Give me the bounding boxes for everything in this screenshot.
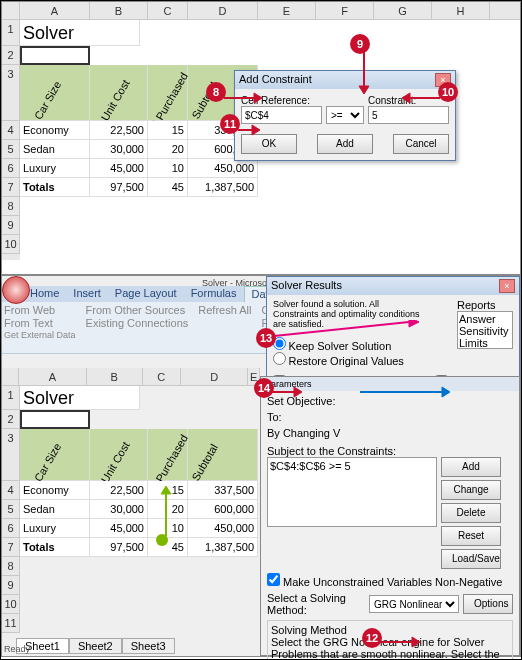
b-a4[interactable]: Economy bbox=[20, 481, 90, 500]
col-F[interactable]: F bbox=[316, 2, 374, 19]
b-row-1[interactable]: 1 bbox=[2, 386, 20, 410]
b-row-4[interactable]: 4 bbox=[2, 481, 20, 500]
cell-a7[interactable]: Totals bbox=[20, 178, 90, 197]
sr-limits[interactable]: Limits bbox=[459, 337, 511, 349]
b-title[interactable]: Solver bbox=[20, 386, 140, 410]
b-col-C[interactable]: C bbox=[143, 368, 182, 385]
sheet-tab-2[interactable]: Sheet2 bbox=[69, 638, 122, 654]
b-d4[interactable]: 337,500 bbox=[188, 481, 258, 500]
rb-other[interactable]: From Other Sources bbox=[86, 304, 189, 316]
b-row-9[interactable]: 9 bbox=[2, 576, 20, 595]
row-1[interactable]: 1 bbox=[2, 20, 20, 46]
b-row-8[interactable]: 8 bbox=[2, 557, 20, 576]
b-hdr-pur[interactable]: # Purchased bbox=[148, 429, 188, 481]
cell-c6[interactable]: 10 bbox=[148, 159, 188, 178]
sp-reset-button[interactable]: Reset All bbox=[441, 526, 501, 546]
b-b7[interactable]: 97,500 bbox=[90, 538, 148, 557]
row-4[interactable]: 4 bbox=[2, 121, 20, 140]
cell-a4[interactable]: Economy bbox=[20, 121, 90, 140]
b-a5[interactable]: Sedan bbox=[20, 500, 90, 519]
add-button[interactable]: Add bbox=[317, 134, 373, 154]
cell-d6[interactable]: 450,000 bbox=[188, 159, 258, 178]
sp-add-button[interactable]: Add bbox=[441, 457, 501, 477]
b-row-10[interactable]: 10 bbox=[2, 595, 20, 614]
cell-c7[interactable]: 45 bbox=[148, 178, 188, 197]
cell-b7[interactable]: 97,500 bbox=[90, 178, 148, 197]
b-row-3[interactable]: 3 bbox=[2, 429, 20, 481]
b-hdr-sub[interactable]: Subtotal bbox=[188, 429, 258, 481]
b-a6[interactable]: Luxury bbox=[20, 519, 90, 538]
b-d7[interactable]: 1,387,500 bbox=[188, 538, 258, 557]
cell-b4[interactable]: 22,500 bbox=[90, 121, 148, 140]
sr-close-icon[interactable]: × bbox=[499, 279, 515, 293]
b-a7[interactable]: Totals bbox=[20, 538, 90, 557]
sp-method-select[interactable]: GRG Nonlinear bbox=[369, 595, 459, 613]
b-b4[interactable]: 22,500 bbox=[90, 481, 148, 500]
col-G[interactable]: G bbox=[374, 2, 432, 19]
cell-c5[interactable]: 20 bbox=[148, 140, 188, 159]
sr-keep[interactable]: Keep Solver Solution bbox=[273, 342, 391, 352]
b-row-6[interactable]: 6 bbox=[2, 519, 20, 538]
tab-formulas[interactable]: Formulas bbox=[185, 286, 243, 302]
tab-home[interactable]: Home bbox=[24, 286, 65, 302]
col-E[interactable]: E bbox=[258, 2, 316, 19]
sr-answer[interactable]: Answer bbox=[459, 313, 511, 325]
b-hdr-car[interactable]: Car Size bbox=[20, 429, 90, 481]
cell-reference-input[interactable] bbox=[241, 106, 322, 124]
col-C[interactable]: C bbox=[148, 2, 188, 19]
b-row-2[interactable]: 2 bbox=[2, 410, 20, 429]
b-active[interactable] bbox=[20, 410, 90, 429]
sp-nonneg[interactable]: Make Unconstrained Variables Non-Negativ… bbox=[267, 573, 513, 588]
col-B[interactable]: B bbox=[90, 2, 148, 19]
row-10[interactable]: 10 bbox=[2, 235, 20, 254]
row-9[interactable]: 9 bbox=[2, 216, 20, 235]
cell-c4[interactable]: 15 bbox=[148, 121, 188, 140]
b-d5[interactable]: 600,000 bbox=[188, 500, 258, 519]
operator-select[interactable]: >= bbox=[326, 106, 364, 124]
b-b5[interactable]: 30,000 bbox=[90, 500, 148, 519]
b-row-11[interactable]: 11 bbox=[2, 614, 20, 633]
sp-delete-button[interactable]: Delete bbox=[441, 503, 501, 523]
row-7[interactable]: 7 bbox=[2, 178, 20, 197]
constraint-input[interactable] bbox=[368, 106, 449, 124]
dialog-titlebar[interactable]: Add Constraint × bbox=[235, 71, 455, 89]
sr-restore-radio[interactable] bbox=[273, 352, 286, 365]
hdr-unit[interactable]: Unit Cost bbox=[90, 65, 148, 121]
b-hdr-unit[interactable]: Unit Cost bbox=[90, 429, 148, 481]
cell-b6[interactable]: 45,000 bbox=[90, 159, 148, 178]
col-H[interactable]: H bbox=[432, 2, 490, 19]
row-3[interactable]: 3 bbox=[2, 65, 20, 121]
hdr-car[interactable]: Car Size bbox=[20, 65, 90, 121]
sheet-tab-3[interactable]: Sheet3 bbox=[122, 638, 175, 654]
row-2[interactable]: 2 bbox=[2, 46, 20, 65]
rb-fromtext[interactable]: From Text bbox=[4, 317, 76, 329]
cell-a5[interactable]: Sedan bbox=[20, 140, 90, 159]
title-cell[interactable]: Solver bbox=[20, 20, 140, 46]
active-cell[interactable] bbox=[20, 46, 90, 65]
sp-constraints-list[interactable]: $C$4:$C$6 >= 5 bbox=[267, 457, 437, 527]
office-button-icon[interactable] bbox=[2, 276, 30, 304]
tab-insert[interactable]: Insert bbox=[67, 286, 107, 302]
cancel-button[interactable]: Cancel bbox=[393, 134, 449, 154]
cell-a6[interactable]: Luxury bbox=[20, 159, 90, 178]
tab-page-layout[interactable]: Page Layout bbox=[109, 286, 183, 302]
rb-refresh[interactable]: Refresh All bbox=[198, 304, 251, 316]
rb-fromweb[interactable]: From Web bbox=[4, 304, 76, 316]
cell-d7[interactable]: 1,387,500 bbox=[188, 178, 258, 197]
sp-change-button[interactable]: Change bbox=[441, 480, 501, 500]
sp-nonneg-check[interactable] bbox=[267, 573, 280, 586]
row-8[interactable]: 8 bbox=[2, 197, 20, 216]
b-row-5[interactable]: 5 bbox=[2, 500, 20, 519]
rb-exist[interactable]: Existing Connections bbox=[86, 317, 189, 329]
col-A[interactable]: A bbox=[20, 2, 90, 19]
b-c7[interactable]: 45 bbox=[148, 538, 188, 557]
col-D[interactable]: D bbox=[188, 2, 258, 19]
sp-load-button[interactable]: Load/Save bbox=[441, 549, 501, 569]
cell-b5[interactable]: 30,000 bbox=[90, 140, 148, 159]
b-col-B[interactable]: B bbox=[87, 368, 143, 385]
b-col-D[interactable]: D bbox=[181, 368, 248, 385]
b-b6[interactable]: 45,000 bbox=[90, 519, 148, 538]
sp-options-button[interactable]: Options bbox=[463, 594, 513, 614]
b-row-7[interactable]: 7 bbox=[2, 538, 20, 557]
b-col-A[interactable]: A bbox=[19, 368, 86, 385]
